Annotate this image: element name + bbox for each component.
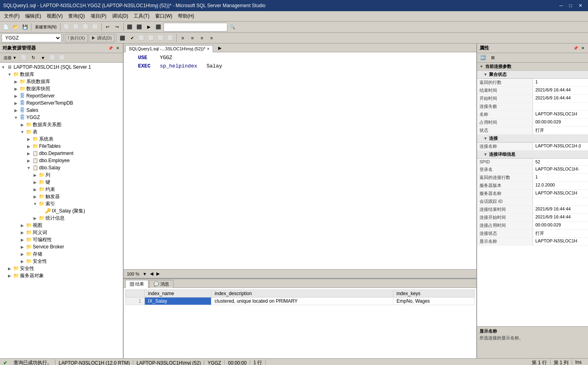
section-current-params[interactable]: ▼ 当前连接参数 (477, 63, 588, 71)
results-tab-results[interactable]: ▦ 结果 (125, 280, 148, 288)
sync-btn[interactable]: ⬜ (48, 54, 57, 62)
tree-item-filetables[interactable]: ▶ 📁 FileTables (0, 143, 123, 150)
close-button[interactable]: ✕ (576, 2, 585, 9)
toggle-filetables[interactable]: ▶ (26, 144, 32, 149)
stop-btn[interactable]: ⬛ (118, 34, 127, 42)
tb9[interactable]: ▶ (144, 23, 153, 32)
props-close-btn[interactable]: ✕ (580, 46, 586, 50)
new-btn[interactable]: 📄 (2, 23, 10, 32)
cell-index-desc[interactable]: clustered, unique located on PRIMARY (211, 298, 393, 305)
tree-item-columns[interactable]: ▶ 📁 列 (0, 171, 123, 179)
include-btn[interactable]: ⬜ (166, 34, 175, 42)
toggle-sys-tables[interactable]: ▶ (26, 137, 32, 141)
toggle-databases[interactable]: ▼ (6, 72, 13, 77)
tree-item-db-security[interactable]: ▶ 📁 安全性 (0, 258, 123, 265)
execute-button[interactable]: ! 执行(X) (65, 34, 88, 42)
toggle-programmability[interactable]: ▶ (19, 238, 26, 242)
report-btn[interactable]: ⬜ (58, 54, 67, 62)
tree-item-databases[interactable]: ▼ 📁 数据库 (0, 71, 123, 78)
toggle-columns[interactable]: ▶ (32, 173, 38, 177)
tb1[interactable]: ⬜ (62, 23, 71, 32)
tree-item-indexes[interactable]: ▼ 📁 索引 (0, 200, 123, 207)
tree-item-constraints[interactable]: ▶ 📁 约束 (0, 186, 123, 193)
tree-item-diagrams[interactable]: ▶ 📁 数据库关系图 (0, 121, 123, 128)
tb5[interactable]: ↩ (103, 23, 112, 32)
tree-item-ix-salay[interactable]: 🔑 IX_Salay (聚集) (0, 207, 123, 214)
tree-item-stats[interactable]: ▶ 📁 统计信息 (0, 214, 123, 222)
save-btn[interactable]: 💾 (21, 23, 30, 32)
menu-help[interactable]: 帮助(H) (176, 12, 197, 20)
toggle-indexes[interactable]: ▼ (32, 202, 38, 206)
tree-item-sales[interactable]: ▶ 🗄 Sales (0, 107, 123, 114)
tree-item-keys[interactable]: ▶ 📁 键 (0, 179, 123, 186)
menu-edit[interactable]: 编辑(E) (23, 12, 43, 20)
tb10[interactable]: ⬛ (154, 23, 163, 32)
menu-project[interactable]: 项目(P) (88, 12, 109, 20)
toggle-server-objects[interactable]: ▶ (6, 274, 13, 278)
toggle-department[interactable]: ▶ (26, 151, 32, 156)
minimize-button[interactable]: ─ (557, 2, 565, 9)
new-query-btn[interactable]: 新建查询(N) (33, 23, 59, 32)
tb2[interactable]: ⬜ (72, 23, 81, 32)
refresh-btn[interactable]: ↻ (29, 54, 38, 62)
cell-index-keys[interactable]: EmpNo, Wages (393, 298, 475, 305)
disconnect-btn[interactable]: ⬜ (20, 54, 28, 62)
scroll-right-btn[interactable]: ▶ (156, 271, 160, 276)
tb8[interactable]: ⬛ (135, 23, 144, 32)
toggle-rstmp[interactable]: ▶ (13, 101, 19, 105)
toggle-salay[interactable]: ▼ (26, 166, 32, 170)
tree-item-salay[interactable]: ▼ 📋 dbo.Salay (0, 164, 123, 171)
maximize-button[interactable]: □ (567, 2, 574, 9)
format-btn[interactable]: ≡ (178, 34, 187, 42)
cell-index-name[interactable]: IX_Salay (145, 298, 211, 305)
props-pin-btn[interactable]: 📌 (572, 46, 579, 50)
toggle-constraints[interactable]: ▶ (32, 187, 38, 192)
tree-item-snapshots[interactable]: ▶ 📁 数据库快照 (0, 85, 123, 92)
tree-item-server-objects[interactable]: ▶ 📁 服务器对象 (0, 272, 123, 279)
tree-item-programmability[interactable]: ▶ 📁 可编程性 (0, 236, 123, 243)
tree-item-service-broker[interactable]: ▶ 📁 Service Broker (0, 243, 123, 250)
toggle-stats[interactable]: ▶ (32, 216, 38, 220)
props-header-buttons[interactable]: 📌 ✕ (572, 46, 586, 50)
result-btn[interactable]: ⬜ (147, 34, 156, 42)
tree-view[interactable]: ▼ 🖥 LAPTOP-N3SLOC1H (SQL Server 1 ▼ 📁 数据… (0, 63, 123, 358)
scroll-left-btn[interactable]: ◀ (150, 271, 153, 276)
menu-window[interactable]: 窗口(W) (153, 12, 175, 20)
toggle-system-dbs[interactable]: ▶ (13, 79, 19, 84)
toggle-keys[interactable]: ▶ (32, 180, 38, 184)
tree-item-server-security[interactable]: ▶ 📁 安全性 (0, 265, 123, 272)
tb4[interactable]: ⬜ (91, 23, 100, 32)
uncomment-btn[interactable]: ≡ (207, 34, 216, 42)
search-input[interactable] (164, 23, 227, 32)
toggle-rs[interactable]: ▶ (13, 94, 19, 98)
tree-item-reportservertempdb[interactable]: ▶ 🗄 ReportServerTempDB (0, 99, 123, 107)
menu-file[interactable]: 文件(F) (2, 12, 22, 20)
toggle-diagrams[interactable]: ▶ (19, 123, 26, 127)
debug-button[interactable]: ▶ 调试(D) (89, 34, 114, 42)
toggle-yggz[interactable]: ▼ (13, 115, 19, 120)
indent-btn[interactable]: ≡ (188, 34, 197, 42)
tb3[interactable]: ⬜ (81, 23, 90, 32)
toggle-triggers[interactable]: ▶ (32, 194, 38, 199)
results-tab-messages[interactable]: 💬 消息 (149, 280, 174, 288)
grid-btn[interactable]: ⬜ (156, 34, 165, 42)
check-btn[interactable]: ✔ (128, 34, 136, 42)
query-tab[interactable]: SQLQuery1.sql -...3SLOC1H\myj (52))* × (125, 45, 213, 52)
table-row[interactable]: 1 IX_Salay clustered, unique located on … (126, 298, 475, 305)
toggle-service-broker[interactable]: ▶ (19, 245, 26, 249)
toggle-synonyms[interactable]: ▶ (19, 230, 26, 235)
tab-close-button[interactable]: × (207, 47, 209, 51)
tree-item-employee[interactable]: ▶ 📋 dbo.Employee (0, 157, 123, 164)
parse-btn[interactable]: ⬜ (137, 34, 146, 42)
tree-item-views[interactable]: ▶ 📁 视图 (0, 222, 123, 229)
props-categorize-btn[interactable]: ⊞ (488, 54, 497, 62)
database-dropdown[interactable]: YGGZ (2, 34, 61, 42)
tb6[interactable]: ↪ (113, 23, 122, 32)
section-conn-detail[interactable]: ▼ 连接详细信息 (477, 151, 588, 159)
code-editor[interactable]: USE YGGZ EXEC sp_helpindex Salay (124, 52, 476, 270)
section-aggregate[interactable]: ▼ 聚合状态 (477, 71, 588, 79)
toggle-db-security[interactable]: ▶ (19, 259, 26, 264)
pin-button[interactable]: 📌 (107, 46, 114, 50)
menu-query[interactable]: 查询(Q) (66, 12, 87, 20)
toggle-storage[interactable]: ▶ (19, 252, 26, 256)
